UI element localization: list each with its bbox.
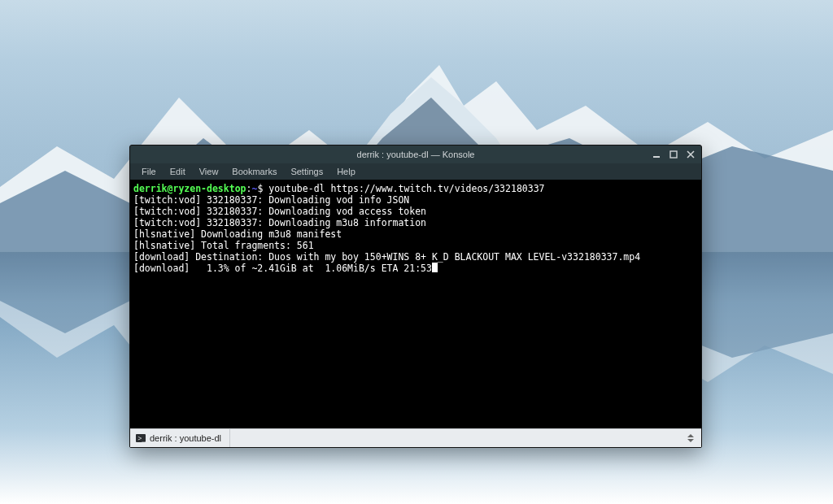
terminal-cursor [432, 263, 438, 272]
terminal-icon: >_ [136, 433, 146, 443]
terminal-line: [download] Destination: Duos with my boy… [133, 251, 640, 263]
tab-label: derrik : youtube-dl [150, 433, 221, 443]
konsole-window: derrik : youtube-dl — Konsole File Edit … [129, 145, 702, 448]
svg-text:>_: >_ [138, 435, 146, 442]
svg-rect-9 [670, 151, 677, 158]
desktop-wallpaper: derrik : youtube-dl — Konsole File Edit … [0, 0, 833, 504]
window-titlebar[interactable]: derrik : youtube-dl — Konsole [130, 146, 701, 163]
menu-file[interactable]: File [135, 165, 163, 178]
close-button[interactable] [683, 147, 698, 162]
terminal-line: [twitch:vod] 332180337: Downloading vod … [133, 194, 409, 206]
tab-bar: >_ derrik : youtube-dl [130, 428, 701, 447]
menu-settings[interactable]: Settings [284, 165, 329, 178]
terminal-tab[interactable]: >_ derrik : youtube-dl [130, 429, 230, 447]
window-controls [649, 146, 698, 163]
minimize-button[interactable] [649, 147, 664, 162]
terminal-line: [twitch:vod] 332180337: Downloading vod … [133, 206, 426, 217]
terminal-line: [twitch:vod] 332180337: Downloading m3u8… [133, 217, 426, 228]
menu-view[interactable]: View [193, 165, 225, 178]
terminal-area[interactable]: derrik@ryzen-desktop:~$ youtube-dl https… [130, 180, 701, 428]
menu-bookmarks[interactable]: Bookmarks [225, 165, 283, 178]
tab-switcher-button[interactable] [683, 431, 698, 445]
maximize-button[interactable] [666, 147, 681, 162]
prompt-host: ryzen-desktop [172, 183, 246, 194]
prompt-user: derrik [133, 183, 168, 194]
svg-rect-8 [653, 156, 660, 158]
terminal-line: [hlsnative] Total fragments: 561 [133, 240, 314, 251]
terminal-line: [hlsnative] Downloading m3u8 manifest [133, 228, 342, 240]
terminal-line: [download] 1.3% of ~2.41GiB at 1.06MiB/s… [133, 263, 432, 274]
menu-edit[interactable]: Edit [164, 165, 192, 178]
prompt-symbol: $ [257, 183, 263, 194]
command-text: youtube-dl https://www.twitch.tv/videos/… [268, 183, 544, 194]
window-title: derrik : youtube-dl — Konsole [357, 150, 475, 159]
menu-bar: File Edit View Bookmarks Settings Help [130, 163, 701, 180]
menu-help[interactable]: Help [330, 165, 362, 178]
